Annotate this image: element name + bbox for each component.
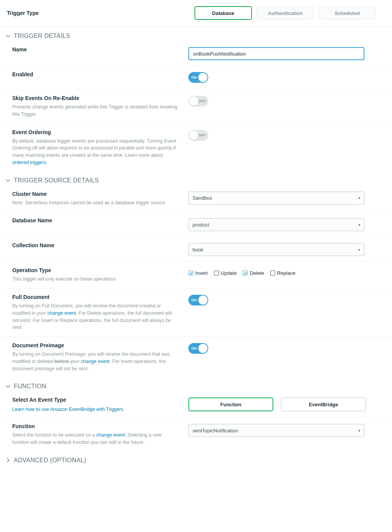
ordered-triggers-link[interactable]: ordered triggers. — [12, 160, 47, 165]
change-event-link[interactable]: change event — [81, 359, 109, 364]
tab-authentication[interactable]: Authentication — [256, 6, 314, 20]
tab-database[interactable]: Database — [194, 6, 252, 20]
section-advanced[interactable]: ADVANCED (OPTIONAL) — [0, 452, 392, 465]
change-event-link[interactable]: change event — [47, 310, 76, 316]
chevron-down-icon — [5, 384, 11, 389]
chevron-down-icon — [5, 178, 11, 183]
name-label: Name — [12, 46, 179, 53]
field-event-type: Select An Event Type Learn how to use Am… — [0, 391, 392, 418]
collection-select[interactable]: book▾ — [188, 243, 364, 256]
enabled-label: Enabled — [12, 71, 179, 77]
section-source-details[interactable]: TRIGGER SOURCE DETAILS — [0, 172, 392, 186]
chevron-down-icon — [5, 33, 11, 39]
name-input[interactable] — [188, 47, 364, 60]
fulldoc-label: Full Document — [12, 294, 179, 300]
preimage-label: Document Preimage — [12, 342, 179, 348]
cluster-select[interactable]: Sandbox▾ — [188, 192, 364, 205]
event-type-function[interactable]: Function — [188, 397, 273, 411]
section-title-source: TRIGGER SOURCE DETAILS — [14, 177, 99, 184]
check-update[interactable]: Update — [214, 270, 237, 276]
eventbridge-learn-link[interactable]: Learn how to use Amazon EventBridge with… — [12, 407, 123, 412]
section-title-function: FUNCTION — [14, 383, 46, 390]
fulldoc-toggle[interactable]: ON — [188, 295, 208, 305]
field-skip-events: Skip Events On Re-Enable Prevents change… — [0, 90, 392, 124]
trigger-type-tabs: Database Authentication Scheduled — [194, 6, 376, 20]
section-title-advanced: ADVANCED (OPTIONAL) — [14, 457, 86, 464]
field-function-select: Function Select the function to be execu… — [0, 418, 392, 452]
skip-desc: Prevents change events generated while t… — [12, 103, 179, 118]
enabled-toggle[interactable]: ON — [188, 72, 208, 83]
field-preimage: Document Preimage By turning on Document… — [0, 337, 392, 378]
chevron-right-icon — [5, 458, 11, 463]
skip-label: Skip Events On Re-Enable — [12, 95, 179, 101]
operation-checkboxes: Insert Update Delete Replace — [188, 268, 380, 276]
trigger-type-row: Trigger Type Database Authentication Sch… — [0, 0, 392, 27]
database-label: Database Name — [12, 217, 179, 223]
field-full-document: Full Document By turning on Full Documen… — [0, 289, 392, 337]
caret-down-icon: ▾ — [358, 248, 360, 252]
operation-desc: This trigger will only execute on these … — [12, 276, 179, 283]
function-label: Function — [12, 423, 179, 429]
caret-down-icon: ▾ — [358, 429, 360, 433]
function-desc: Select the function to be executed on a … — [12, 432, 179, 446]
event-type-eventbridge[interactable]: EventBridge — [281, 397, 366, 411]
preimage-toggle[interactable]: ON — [188, 343, 208, 354]
field-enabled: Enabled ON — [0, 66, 392, 90]
fulldoc-desc: By turning on Full Document, you will re… — [12, 302, 179, 331]
cluster-label: Cluster Name — [12, 191, 179, 197]
ordering-label: Event Ordering — [12, 129, 179, 135]
ordering-desc: By default, database trigger events are … — [12, 138, 179, 166]
check-delete[interactable]: Delete — [243, 270, 264, 276]
section-function[interactable]: FUNCTION — [0, 378, 392, 391]
caret-down-icon: ▾ — [358, 196, 360, 200]
operation-label: Operation Type — [12, 267, 179, 273]
check-replace[interactable]: Replace — [270, 270, 296, 276]
event-type-label: Select An Event Type — [12, 397, 179, 403]
check-insert[interactable]: Insert — [188, 270, 208, 276]
field-database: Database Name product▾ — [0, 212, 392, 237]
ordering-toggle[interactable]: OFF — [188, 130, 208, 141]
tab-scheduled[interactable]: Scheduled — [318, 6, 376, 20]
event-type-buttons: Function EventBridge — [188, 397, 380, 411]
field-collection: Collection Name book▾ — [0, 237, 392, 262]
function-select[interactable]: sentTopicNotification▾ — [188, 424, 364, 437]
section-trigger-details[interactable]: TRIGGER DETAILS — [0, 27, 392, 41]
field-ordering: Event Ordering By default, database trig… — [0, 124, 392, 172]
collection-label: Collection Name — [12, 242, 179, 248]
section-title-details: TRIGGER DETAILS — [14, 33, 70, 39]
skip-toggle[interactable]: OFF — [188, 96, 208, 107]
trigger-type-label: Trigger Type — [7, 10, 194, 16]
preimage-desc: By turning on Document Preimage, you wil… — [12, 351, 179, 372]
database-select[interactable]: product▾ — [188, 218, 364, 231]
field-name: Name — [0, 41, 392, 66]
change-event-link[interactable]: change event — [96, 432, 125, 438]
caret-down-icon: ▾ — [358, 223, 360, 227]
field-cluster: Cluster Name Note: Serverless instances … — [0, 186, 392, 212]
field-operation: Operation Type This trigger will only ex… — [0, 262, 392, 289]
cluster-note: Note: Serverless instances cannot be use… — [12, 199, 179, 207]
